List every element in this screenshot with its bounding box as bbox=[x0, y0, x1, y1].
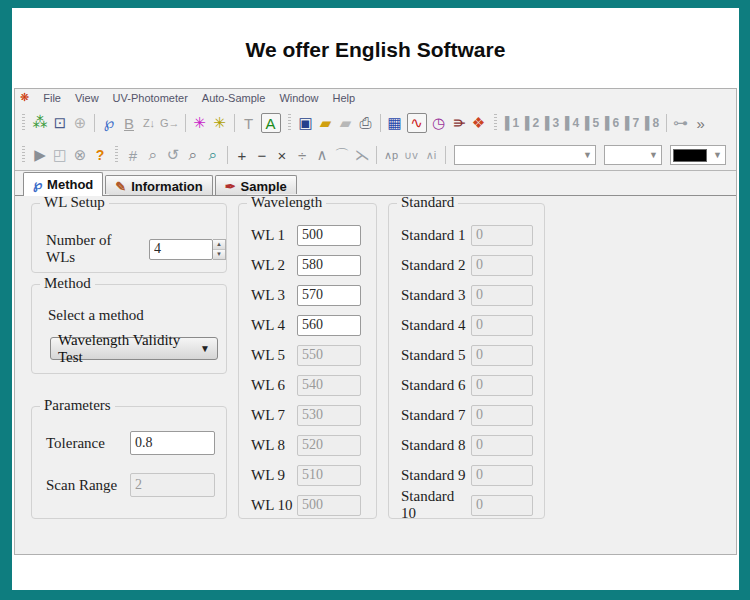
capture-icon[interactable]: ◰ bbox=[50, 144, 70, 166]
wrench-icon[interactable]: ℘ bbox=[99, 112, 119, 134]
wl-row: WL 8 bbox=[251, 434, 376, 456]
cell-7-button[interactable]: ▌7 bbox=[622, 112, 642, 134]
sample-points-icon[interactable]: ⁂ bbox=[30, 112, 50, 134]
table-icon[interactable]: ▦ bbox=[385, 112, 405, 134]
menu-auto-sample[interactable]: Auto-Sample bbox=[195, 92, 273, 104]
cell-3-button[interactable]: ▌3 bbox=[542, 112, 562, 134]
toolbar-separator bbox=[666, 114, 667, 132]
chart-icon[interactable]: ∿ bbox=[407, 113, 427, 133]
peak-pick-icon[interactable]: ∧p bbox=[381, 144, 401, 166]
vis-lamp-icon[interactable]: ✳ bbox=[210, 112, 230, 134]
key-icon[interactable]: ⊶ bbox=[671, 112, 691, 134]
toolbar-gripper[interactable] bbox=[115, 146, 118, 164]
standard-row: Standard 8 bbox=[401, 434, 544, 456]
zoom-reset-icon[interactable]: ↺ bbox=[163, 144, 183, 166]
save-icon[interactable]: ▣ bbox=[296, 112, 316, 134]
uv-lamp-icon[interactable]: ✳ bbox=[190, 112, 210, 134]
tab-sample[interactable]: ✒ Sample bbox=[215, 175, 297, 196]
globe-icon[interactable]: ⊕ bbox=[70, 112, 90, 134]
divide-curve-button[interactable]: ÷ bbox=[292, 144, 312, 166]
peak-area-icon[interactable]: ⌒ bbox=[332, 144, 352, 166]
standard-label: Standard 1 bbox=[401, 227, 471, 244]
annotation-tool-button[interactable]: A bbox=[261, 113, 281, 133]
color-dropdown[interactable]: ▼ bbox=[670, 145, 726, 165]
help-book-icon[interactable]: ? bbox=[90, 144, 110, 166]
spin-down-icon[interactable]: ▼ bbox=[213, 250, 225, 259]
standard-row: Standard 9 bbox=[401, 464, 544, 486]
spinner-buttons[interactable]: ▲▼ bbox=[213, 239, 226, 260]
cell-5-button[interactable]: ▌5 bbox=[582, 112, 602, 134]
menu-view[interactable]: View bbox=[68, 92, 106, 104]
chevron-down-icon: ▼ bbox=[580, 150, 595, 160]
zoom-in-icon[interactable]: ⌕ bbox=[183, 144, 203, 166]
run-icon[interactable]: ▶ bbox=[30, 144, 50, 166]
clock-icon[interactable]: ◷ bbox=[429, 112, 449, 134]
parameters-title: Parameters bbox=[40, 397, 115, 414]
wl-row: WL 6 bbox=[251, 374, 376, 396]
standard-label: Standard 2 bbox=[401, 257, 471, 274]
toolbar-gripper[interactable] bbox=[22, 114, 25, 132]
baseline-z-button[interactable]: Z↓ bbox=[139, 112, 159, 134]
open-folder-icon[interactable]: ▰ bbox=[316, 112, 336, 134]
toolbar-gripper[interactable] bbox=[288, 114, 291, 132]
wl-row: WL 5 bbox=[251, 344, 376, 366]
menu-window[interactable]: Window bbox=[272, 92, 325, 104]
menu-file[interactable]: File bbox=[36, 92, 68, 104]
add-curve-button[interactable]: + bbox=[232, 144, 252, 166]
subtract-curve-button[interactable]: − bbox=[252, 144, 272, 166]
cell-8-button[interactable]: ▌8 bbox=[642, 112, 662, 134]
wl-input[interactable] bbox=[297, 225, 361, 246]
zoom-select-icon[interactable]: ⌕ bbox=[203, 144, 223, 166]
tolerance-label: Tolerance bbox=[46, 435, 130, 452]
peak-icon[interactable]: ∧ bbox=[312, 144, 332, 166]
cell-6-button[interactable]: ▌6 bbox=[602, 112, 622, 134]
wl-input[interactable] bbox=[297, 255, 361, 276]
cell-4-button[interactable]: ▌4 bbox=[562, 112, 582, 134]
closed-folder-icon[interactable]: ▰ bbox=[336, 112, 356, 134]
computer-icon[interactable]: ⊡ bbox=[50, 112, 70, 134]
wl-input[interactable] bbox=[297, 285, 361, 306]
toolbar-gripper[interactable] bbox=[22, 146, 25, 164]
bold-button[interactable]: B bbox=[119, 112, 139, 134]
grid-icon[interactable]: # bbox=[123, 144, 143, 166]
number-of-wls-input[interactable] bbox=[149, 239, 213, 260]
wl-row: WL 2 bbox=[251, 254, 376, 276]
more-tools-chevron-icon[interactable]: » bbox=[691, 112, 711, 134]
cell-1-button[interactable]: ▌1 bbox=[502, 112, 522, 134]
spin-up-icon[interactable]: ▲ bbox=[213, 240, 225, 250]
branch-icon[interactable]: ⋔ bbox=[448, 113, 470, 133]
tolerance-input[interactable] bbox=[130, 431, 215, 455]
chevron-down-icon: ▼ bbox=[646, 150, 661, 160]
standard-label: Standard 6 bbox=[401, 377, 471, 394]
wl-row: WL 1 bbox=[251, 224, 376, 246]
menu-help[interactable]: Help bbox=[326, 92, 363, 104]
scale-dropdown[interactable]: ▼ bbox=[604, 145, 662, 165]
multiply-curve-button[interactable]: × bbox=[272, 144, 292, 166]
standard-row: Standard 3 bbox=[401, 284, 544, 306]
wl-input[interactable] bbox=[297, 315, 361, 336]
toolbar-gripper[interactable] bbox=[494, 114, 497, 132]
derivative-icon[interactable]: ⋋ bbox=[352, 144, 372, 166]
wl-row: WL 9 bbox=[251, 464, 376, 486]
method-title: Method bbox=[40, 275, 95, 292]
baseline-g-button[interactable]: G→ bbox=[159, 112, 181, 134]
analysis-dropdown[interactable]: ▼ bbox=[454, 145, 596, 165]
app-logo-small-icon[interactable]: ❖ bbox=[469, 112, 489, 134]
valley-pick-icon[interactable]: ∪v bbox=[401, 144, 421, 166]
tab-method[interactable]: ℘ Method bbox=[23, 172, 103, 196]
wavelength-rows: WL 1 WL 2 WL 3 WL 4 WL 5 bbox=[239, 224, 376, 516]
wl-label: WL 3 bbox=[251, 287, 297, 304]
print-icon[interactable]: ⎙ bbox=[356, 112, 376, 134]
tab-information[interactable]: ✎ Information bbox=[105, 175, 212, 196]
zoom-out-icon[interactable]: ⌕ bbox=[143, 144, 163, 166]
text-tool-button[interactable]: T bbox=[239, 112, 259, 134]
wl-row: WL 10 bbox=[251, 494, 376, 516]
peak-label-icon[interactable]: ∧i bbox=[421, 144, 441, 166]
graph-toolbar: ▶◰⊗?#⌕↺⌕⌕+−×÷∧⌒⋋∧p∪v∧i ▼ ▼ ▼ bbox=[15, 140, 736, 170]
menu-uv-photometer[interactable]: UV-Photometer bbox=[106, 92, 195, 104]
stop-icon[interactable]: ⊗ bbox=[70, 144, 90, 166]
method-select[interactable]: Wavelength Validity Test ▼ bbox=[50, 337, 218, 360]
tab-strip: ℘ Method ✎ Information ✒ Sample bbox=[15, 171, 736, 196]
wl-label: WL 8 bbox=[251, 437, 297, 454]
cell-2-button[interactable]: ▌2 bbox=[522, 112, 542, 134]
